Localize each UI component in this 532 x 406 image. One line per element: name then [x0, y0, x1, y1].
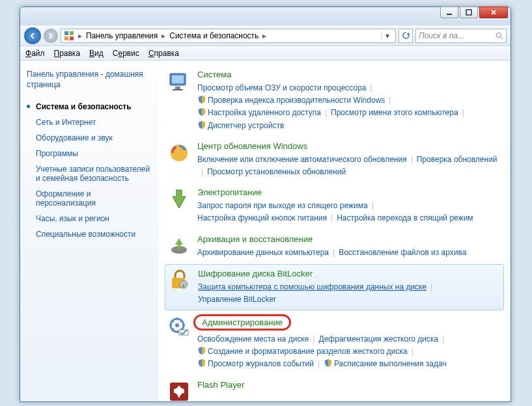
refresh-button[interactable] — [399, 29, 413, 43]
menu-view[interactable]: Вид — [89, 49, 104, 58]
category-link[interactable]: Управление BitLocker — [198, 293, 276, 306]
svg-rect-10 — [173, 89, 183, 90]
link-separator: | — [329, 247, 339, 259]
link-separator: | — [385, 94, 395, 107]
category-link[interactable]: Настройка перехода в спящий режим — [337, 212, 473, 224]
category-link[interactable]: Проверка обновлений — [417, 154, 497, 166]
category-title-update[interactable]: Центр обновления Windows — [197, 141, 307, 151]
link-separator: | — [408, 345, 417, 358]
category-link[interactable]: Расписание выполнения задач — [324, 358, 447, 370]
category-title-backup[interactable]: Архивация и восстановление — [197, 234, 313, 244]
menu-bar: Файл Правка Вид Сервис Справка — [20, 46, 511, 61]
category-link[interactable]: Диспетчер устройств — [197, 120, 284, 132]
svg-rect-4 — [64, 36, 68, 40]
category-link[interactable]: Защита компьютера с помощью шифрования д… — [198, 281, 427, 293]
svg-rect-5 — [70, 36, 74, 40]
system-icon — [167, 70, 191, 93]
category-administration: Администрирование Освобождение места на … — [165, 312, 504, 375]
category-link[interactable]: Архивирование данных компьютера — [197, 247, 329, 259]
category-link[interactable]: Дефрагментация жесткого диска — [319, 333, 439, 345]
control-panel-window: ▸ Панель управления ▸ Система и безопасн… — [20, 7, 511, 402]
chevron-right-icon: ▸ — [77, 31, 83, 40]
category-link[interactable]: Проверка индекса производительности Wind… — [197, 94, 385, 107]
category-links: Включение или отключение автоматического… — [197, 154, 501, 178]
shield-icon — [197, 120, 206, 129]
category-title-system[interactable]: Система — [197, 70, 231, 79]
search-icon — [496, 32, 503, 40]
svg-rect-0 — [447, 14, 452, 15]
category-link[interactable]: Создание и форматирование разделов жестк… — [197, 345, 408, 358]
menu-edit[interactable]: Правка — [54, 49, 81, 58]
link-separator: | — [438, 333, 448, 345]
category-links: Просмотр объема ОЗУ и скорости процессор… — [197, 82, 501, 132]
shield-icon — [197, 346, 206, 355]
link-separator: | — [321, 107, 331, 119]
sidebar-home-link[interactable]: Панель управления - домашняя страница — [27, 70, 152, 90]
category-link[interactable]: Настройка удаленного доступа — [197, 107, 321, 119]
category-title-bitlocker[interactable]: Шифрование диска BitLocker — [198, 269, 313, 278]
window-buttons — [440, 7, 508, 18]
menu-file[interactable]: Файл — [25, 49, 45, 58]
address-bar[interactable]: ▸ Панель управления ▸ Система и безопасн… — [61, 29, 396, 43]
category-link[interactable]: Просмотр объема ОЗУ и скорости процессор… — [197, 82, 367, 94]
maximize-button[interactable] — [460, 7, 478, 18]
svg-rect-2 — [64, 31, 68, 35]
sidebar-item-appearance[interactable]: Оформление и персонализация — [27, 186, 152, 211]
category-link[interactable]: Просмотр имени этого компьютера — [331, 107, 458, 119]
category-link[interactable]: Включение или отключение автоматического… — [197, 154, 407, 166]
category-title-power[interactable]: Электропитание — [197, 187, 262, 197]
close-button[interactable] — [479, 7, 508, 18]
sidebar-item-programs[interactable]: Программы — [27, 146, 152, 161]
sidebar-item-clock[interactable]: Часы, язык и регион — [27, 211, 152, 226]
content-area: Система Просмотр объема ОЗУ и скорости п… — [158, 61, 511, 401]
body: Панель управления - домашняя страница Си… — [20, 61, 511, 401]
category-backup: Архивация и восстановление Архивирование… — [165, 230, 504, 263]
back-button[interactable] — [24, 27, 41, 44]
shield-icon — [197, 107, 206, 116]
titlebar — [20, 7, 511, 25]
category-link[interactable]: Освобождение места на диске — [197, 333, 309, 345]
navigation-bar: ▸ Панель управления ▸ Система и безопасн… — [20, 25, 511, 46]
shield-icon — [324, 359, 333, 368]
category-title-flash[interactable]: Flash Player — [197, 380, 244, 390]
breadcrumb-item-1[interactable]: Панель управления — [83, 31, 160, 40]
category-link[interactable]: Восстановление файлов из архива — [339, 247, 466, 259]
backup-icon — [167, 234, 191, 258]
category-power: Электропитание Запрос пароля при выходе … — [165, 183, 504, 228]
category-link[interactable]: Просмотр журналов событий — [197, 358, 314, 370]
forward-button[interactable] — [44, 29, 58, 43]
power-icon — [167, 187, 191, 211]
svg-point-17 — [175, 323, 179, 327]
link-separator: | — [197, 166, 207, 178]
address-dropdown[interactable]: ▾ — [381, 31, 393, 40]
sidebar-item-network[interactable]: Сеть и Интернет — [27, 115, 152, 130]
control-panel-icon — [64, 31, 74, 41]
flash-icon — [167, 380, 191, 401]
sidebar: Панель управления - домашняя страница Си… — [20, 61, 158, 401]
svg-point-6 — [497, 33, 501, 37]
minimize-button[interactable] — [440, 7, 458, 18]
link-separator: | — [458, 107, 468, 119]
category-system: Система Просмотр объема ОЗУ и скорости п… — [165, 66, 504, 136]
chevron-right-icon: ▸ — [160, 31, 167, 40]
link-separator: | — [368, 200, 378, 212]
link-separator: | — [314, 358, 324, 370]
breadcrumb-item-2[interactable]: Система и безопасность — [167, 31, 261, 40]
bitlocker-icon — [168, 269, 191, 292]
svg-rect-8 — [172, 75, 184, 83]
sidebar-item-users[interactable]: Учетные записи пользователей и семейная … — [27, 161, 152, 186]
link-separator: | — [427, 281, 436, 293]
menu-tools[interactable]: Сервис — [113, 49, 139, 58]
search-input[interactable]: Поиск в па... — [415, 29, 507, 43]
svg-rect-3 — [70, 31, 74, 35]
windows-update-icon — [167, 141, 191, 165]
sidebar-item-hardware[interactable]: Оборудование и звук — [27, 130, 152, 146]
sidebar-item-system-security[interactable]: Система и безопасность — [27, 99, 152, 115]
category-title-administration[interactable]: Администрирование — [193, 314, 291, 331]
category-link[interactable]: Просмотр установленных обновлений — [207, 166, 346, 178]
menu-help[interactable]: Справка — [148, 49, 179, 58]
category-link[interactable]: Запрос пароля при выходе из спящего режи… — [197, 200, 368, 212]
category-link[interactable]: Настройка функций кнопок питания — [197, 212, 327, 224]
shield-icon — [197, 359, 206, 368]
sidebar-item-accessibility[interactable]: Специальные возможности — [27, 226, 152, 242]
